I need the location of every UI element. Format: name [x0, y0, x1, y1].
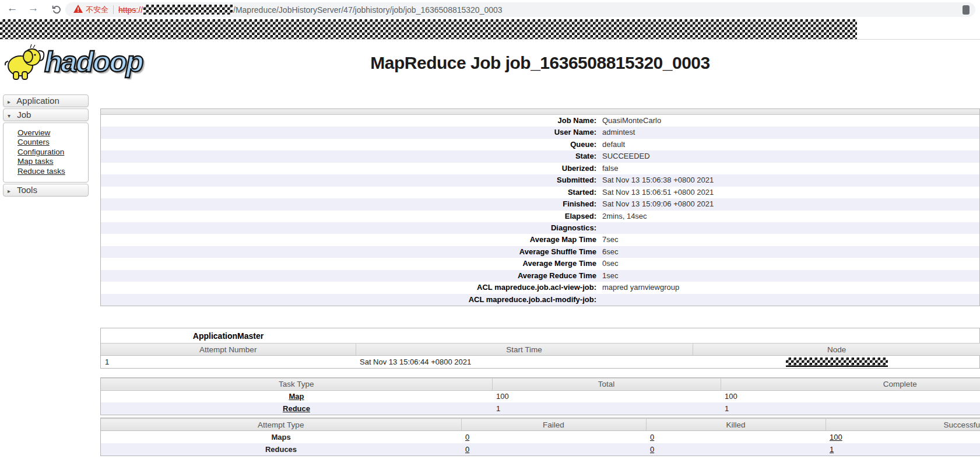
maps-failed-link[interactable]: 0 [465, 433, 469, 442]
job-info-label: Average Shuffle Time [101, 246, 599, 258]
reload-icon[interactable] [49, 5, 64, 17]
node-link-redacted[interactable] [786, 358, 888, 367]
omnibox-side-icon[interactable] [963, 5, 970, 15]
sidebar-job-label: Job [17, 110, 31, 120]
table-row: Reduces 0 0 1 [101, 443, 980, 456]
job-info-label: Finished: [101, 198, 599, 210]
table-header-row: Task Type Total Complete [101, 378, 980, 390]
url-host-redacted [143, 5, 233, 15]
page-title: MapReduce Job job_1636508815320_0003 [100, 53, 980, 73]
table-header-row: Attempt Type Failed Killed Successful [101, 419, 980, 431]
job-info-value: mapred yarnviewgroup [599, 282, 679, 293]
sidebar-item-map-tasks[interactable]: Map tasks [17, 157, 88, 166]
job-info-value: default [599, 139, 625, 150]
back-icon[interactable]: ← [5, 2, 20, 15]
job-info-label: Queue: [101, 139, 599, 150]
sidebar-section-tools[interactable]: ▸ Tools [3, 184, 89, 197]
job-info-label: User Name: [101, 127, 599, 138]
url-path: /Mapreduce/JobHistoryServer/47/jobhistor… [233, 5, 503, 15]
table-row: ACL mapreduce.job.acl-view-job:mapred ya… [101, 282, 979, 293]
sidebar-item-reduce-tasks[interactable]: Reduce tasks [17, 167, 88, 176]
application-master-title: ApplicationMaster [101, 329, 356, 344]
job-overview-table-header [101, 109, 979, 115]
application-master-title-row: ApplicationMaster [101, 328, 979, 343]
job-info-value: false [599, 163, 618, 174]
reduces-successful-link[interactable]: 1 [830, 445, 834, 454]
job-overview-table: Job Name:QuasiMonteCarlo User Name:admin… [100, 108, 980, 306]
table-row: Average Map Time7sec [101, 234, 979, 246]
map-tasks-link[interactable]: Map [289, 392, 304, 401]
table-row: Average Merge Time0sec [101, 258, 979, 269]
job-info-label: Job Name: [101, 115, 599, 127]
table-row: Started:Sat Nov 13 15:06:51 +0800 2021 [101, 187, 979, 198]
job-info-value: QuasiMonteCarlo [599, 115, 661, 127]
bookmarks-bar-redacted[interactable] [0, 19, 857, 39]
reduce-tasks-link[interactable]: Reduce [283, 404, 310, 413]
job-info-value: 2mins, 14sec [599, 211, 647, 222]
column-header-attempt-type: Attempt Type [101, 419, 461, 431]
map-total: 100 [492, 390, 721, 402]
job-info-label: Submitted: [101, 174, 599, 186]
sidebar-section-job[interactable]: ▾ Job [3, 108, 89, 121]
job-info-value: 7sec [599, 234, 618, 246]
table-row: Finished:Sat Nov 13 15:09:06 +0800 2021 [101, 198, 979, 210]
forward-icon[interactable]: → [26, 2, 41, 15]
omnibox-divider [113, 5, 114, 14]
table-row: Reduce 1 1 [101, 402, 980, 415]
map-complete: 100 [721, 390, 980, 402]
reduces-killed-link[interactable]: 0 [650, 445, 654, 454]
table-row: Job Name:QuasiMonteCarlo [101, 115, 979, 127]
sidebar-job-links: Overview Counters Configuration Map task… [3, 122, 89, 183]
security-warning-icon [73, 5, 83, 15]
job-info-value: admintest [599, 127, 635, 138]
job-info-label: Uberized: [101, 163, 599, 174]
column-header-total: Total [492, 378, 721, 390]
task-summary-table: Task Type Total Complete Map 100 100 Red… [100, 377, 980, 416]
job-info-label: ACL mapreduce.job.acl-view-job: [101, 282, 599, 293]
reduces-failed-link[interactable]: 0 [465, 445, 469, 454]
main-content: Job Name:QuasiMonteCarlo User Name:admin… [100, 108, 980, 456]
job-info-label: Average Map Time [101, 234, 599, 246]
job-info-value [599, 222, 602, 234]
table-row: State:SUCCEEDED [101, 150, 979, 162]
table-row: Queue:default [101, 139, 979, 150]
application-master-table: ApplicationMaster Attempt Number Start T… [100, 328, 980, 369]
column-header-killed: Killed [646, 419, 826, 431]
sidebar-application-label: Application [16, 96, 59, 106]
maps-successful-link[interactable]: 100 [830, 433, 842, 442]
table-row: Uberized:false [101, 163, 979, 174]
column-header-failed: Failed [461, 419, 646, 431]
sidebar-item-counters[interactable]: Counters [17, 138, 88, 146]
table-row: Diagnostics: [101, 222, 979, 234]
sidebar-item-configuration[interactable]: Configuration [17, 148, 88, 156]
chevron-right-icon: ▸ [8, 185, 15, 197]
column-header-task-type: Task Type [101, 378, 492, 390]
url-scheme-separator: :// [136, 5, 143, 15]
table-row: ACL mapreduce.job.acl-modify-job: [101, 294, 979, 306]
attempt-summary-table: Attempt Type Failed Killed Successful Ma… [100, 418, 980, 456]
browser-chrome: ← → 不安全 https :// /Mapreduce/JobHistoryS… [0, 0, 980, 40]
table-header-row: Attempt Number Start Time Node [101, 344, 980, 356]
job-info-label: Average Reduce Time [101, 270, 599, 282]
job-info-value: Sat Nov 13 15:06:38 +0800 2021 [599, 174, 714, 186]
jobhistory-page: hadoop MapReduce Job job_1636508815320_0… [0, 40, 980, 459]
column-header-successful: Successful [826, 419, 980, 431]
table-row: Average Reduce Time1sec [101, 270, 979, 282]
job-info-label: ACL mapreduce.job.acl-modify-job: [101, 294, 599, 306]
url-bar[interactable]: 不安全 https :// /Mapreduce/JobHistoryServe… [65, 2, 975, 17]
am-start-time: Sat Nov 13 15:06:44 +0800 2021 [356, 356, 693, 368]
maps-killed-link[interactable]: 0 [650, 433, 654, 442]
sidebar-section-application[interactable]: ▸ Application [3, 94, 89, 107]
job-info-label: Average Merge Time [101, 258, 599, 269]
reload-glyph [52, 5, 62, 15]
sidebar-nav: ▸ Application ▾ Job Overview Counters Co… [3, 94, 89, 198]
job-info-value: SUCCEEDED [599, 150, 650, 162]
table-row: User Name:admintest [101, 127, 979, 138]
hadoop-elephant-icon [3, 43, 47, 81]
table-row: Elapsed:2mins, 14sec [101, 211, 979, 222]
sidebar-item-overview[interactable]: Overview [17, 128, 88, 137]
not-secure-label: 不安全 [86, 5, 108, 15]
reduce-total: 1 [492, 402, 721, 415]
job-info-label: Elapsed: [101, 211, 599, 222]
table-row: Maps 0 0 100 [101, 431, 980, 443]
